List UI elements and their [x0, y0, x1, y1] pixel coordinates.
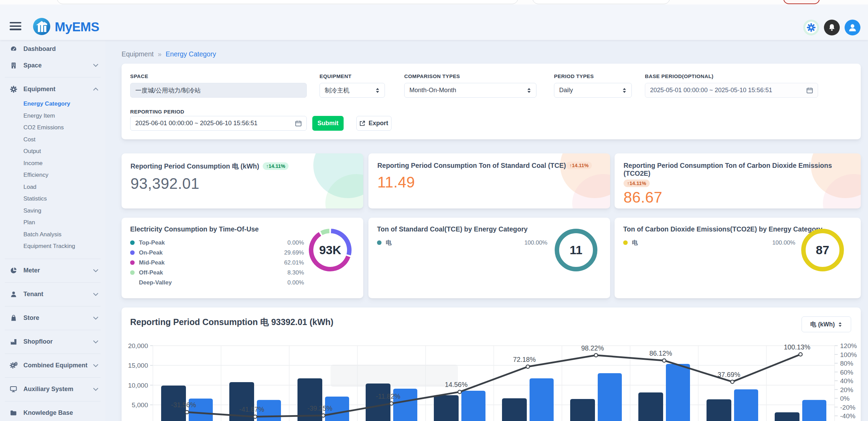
- sidebar-subitem-load[interactable]: Load: [0, 181, 105, 193]
- gear-icon: [807, 23, 816, 32]
- donut-card-0: Electricity Consumption by Time-Of-UseTo…: [122, 218, 363, 298]
- donut-chart[interactable]: 93K: [306, 226, 354, 274]
- stat-title: Reporting Period Consumption 电 (kWh)↑14.…: [130, 162, 354, 171]
- sidebar-item-store[interactable]: Store: [0, 310, 105, 326]
- donut-chart[interactable]: 87: [798, 226, 847, 274]
- sidebar-item-tenant[interactable]: Tenant: [0, 286, 105, 303]
- breadcrumb-energy-category[interactable]: Energy Category: [166, 50, 216, 58]
- legend-item-mid-peak[interactable]: Mid-Peak62.01%: [130, 258, 304, 268]
- legend-item-off-peak[interactable]: Off-Peak8.30%: [130, 268, 304, 278]
- sidebar-item-auxiliary-system[interactable]: Auxiliary System: [0, 381, 105, 398]
- sidebar-subitem-statistics[interactable]: Statistics: [0, 193, 105, 205]
- sidebar-item-meter[interactable]: Meter: [0, 262, 105, 279]
- legend-item-电[interactable]: 电100.00%: [377, 238, 547, 248]
- svg-text:20,000: 20,000: [128, 342, 148, 349]
- legend-item-on-peak[interactable]: On-Peak29.69%: [130, 248, 304, 258]
- user-avatar[interactable]: [845, 20, 860, 35]
- brand-logo[interactable]: MyEMS: [33, 18, 99, 37]
- donut-chart[interactable]: 11: [552, 226, 600, 274]
- sidebar-item-space[interactable]: Space: [0, 57, 105, 74]
- space-label: SPACE: [130, 73, 148, 79]
- building-icon: [8, 62, 19, 69]
- chevron-down-icon: [93, 364, 98, 367]
- stat-value: 93,392.01: [130, 175, 354, 192]
- calendar-icon: [295, 120, 302, 127]
- sidebar-divider: [5, 77, 101, 77]
- breadcrumb-equipment[interactable]: Equipment: [122, 50, 154, 58]
- period-types-select[interactable]: Daily: [554, 83, 632, 98]
- donut-legend: 电100.00%: [377, 238, 547, 248]
- sidebar-subitem-income[interactable]: Income: [0, 158, 105, 170]
- reporting-period-label: REPORTING PERIOD: [130, 109, 184, 115]
- logo-icon: [33, 18, 51, 37]
- base-period-input[interactable]: [645, 83, 818, 98]
- settings-button[interactable]: [803, 20, 819, 35]
- sidebar-subitem-saving[interactable]: Saving: [0, 205, 105, 217]
- legend-dot: [130, 280, 135, 285]
- sidebar-subitem-efficiency[interactable]: Efficiency: [0, 169, 105, 181]
- sidebar-subitem-plan[interactable]: Plan: [0, 217, 105, 229]
- equipment-select[interactable]: 制冷主机: [320, 83, 385, 98]
- sidebar-item-dashboard[interactable]: Dashboard: [0, 41, 105, 57]
- folder-icon: [8, 409, 19, 417]
- gear-icon: [8, 86, 19, 93]
- select-arrows-icon: [622, 87, 627, 94]
- reporting-period-input[interactable]: [130, 116, 307, 131]
- donut-title: Ton of Carbon Dioxide Emissions(TCO2E) b…: [623, 225, 822, 233]
- chevron-up-icon: [93, 87, 98, 91]
- svg-text:-40%: -40%: [840, 412, 855, 420]
- user-icon: [848, 23, 857, 32]
- sidebar-subitem-batch-analysis[interactable]: Batch Analysis: [0, 229, 105, 241]
- browser-blue-dot: [714, 0, 723, 4]
- svg-text:15,000: 15,000: [128, 362, 148, 369]
- app-header: MyEMS: [0, 4, 868, 40]
- browser-searchbox-shape: [532, 0, 670, 4]
- svg-text:-41.87%: -41.87%: [239, 406, 264, 413]
- sidebar-subitem-energy-category[interactable]: Energy Category: [0, 98, 105, 110]
- legend-percentage: 0.00%: [287, 279, 304, 286]
- sidebar-subitem-output[interactable]: Output: [0, 145, 105, 158]
- stat-card-2: Reporting Period Consumption Ton of Carb…: [615, 153, 861, 208]
- legend-percentage: 0.00%: [287, 239, 304, 246]
- svg-text:10,000: 10,000: [128, 382, 148, 389]
- sidebar-divider: [5, 330, 101, 330]
- svg-text:100.13%: 100.13%: [784, 343, 811, 351]
- comparison-types-select[interactable]: Month-On-Month: [404, 83, 536, 98]
- sidebar-subitem-cost[interactable]: Cost: [0, 134, 105, 146]
- donut-card-1: Ton of Standard Coal(TCE) by Energy Cate…: [368, 218, 610, 298]
- sidebar-subitem-energy-item[interactable]: Energy Item: [0, 110, 105, 122]
- submit-button[interactable]: Submit: [312, 116, 344, 131]
- sidebar-item-combined-equipment[interactable]: Combined Equipment: [0, 357, 105, 374]
- legend-percentage: 100.00%: [524, 239, 547, 246]
- legend-item-电[interactable]: 电100.00%: [623, 238, 795, 248]
- comparison-types-label: COMPARISON TYPES: [404, 73, 460, 79]
- legend-item-deep-valley[interactable]: Deep-Valley0.00%: [130, 278, 304, 288]
- stat-card-0: Reporting Period Consumption 电 (kWh)↑14.…: [122, 153, 363, 208]
- legend-item-top-peak[interactable]: Top-Peak0.00%: [130, 238, 304, 248]
- svg-text:72.18%: 72.18%: [513, 356, 536, 363]
- sidebar-item-knowledge-base[interactable]: Knowledge Base: [0, 405, 105, 421]
- export-button[interactable]: Export: [356, 116, 391, 131]
- stat-value: 86.67: [624, 189, 852, 206]
- equipment-label: EQUIPMENT: [320, 73, 352, 79]
- sidebar-item-equipment[interactable]: Equipment: [0, 81, 105, 97]
- space-input[interactable]: [130, 83, 307, 98]
- browser-strip: [0, 0, 868, 4]
- svg-text:98.22%: 98.22%: [581, 344, 604, 352]
- chevron-down-icon: [93, 269, 98, 272]
- consumption-bar-chart[interactable]: 20,00015,00010,0005,000120%100%80%60%40%…: [122, 307, 861, 421]
- trend-badge: ↑14.11%: [566, 162, 592, 169]
- notifications-button[interactable]: [824, 20, 840, 35]
- select-arrows-icon: [375, 87, 380, 94]
- sidebar-subitem-co2-emissions[interactable]: CO2 Emissions: [0, 122, 105, 134]
- stat-title: Reporting Period Consumption Ton of Stan…: [377, 162, 601, 170]
- export-icon: [359, 120, 365, 126]
- hamburger-menu-icon[interactable]: [10, 22, 21, 31]
- sidebar-item-shopfloor[interactable]: Shopfloor: [0, 334, 105, 350]
- period-types-label: PERIOD TYPES: [554, 73, 594, 79]
- svg-text:100%: 100%: [840, 351, 857, 358]
- user-icon: [8, 291, 19, 298]
- trend-badge: ↑14.11%: [263, 162, 289, 170]
- svg-text:120%: 120%: [840, 342, 857, 349]
- sidebar-subitem-equipment-tracking[interactable]: Equipment Tracking: [0, 240, 105, 252]
